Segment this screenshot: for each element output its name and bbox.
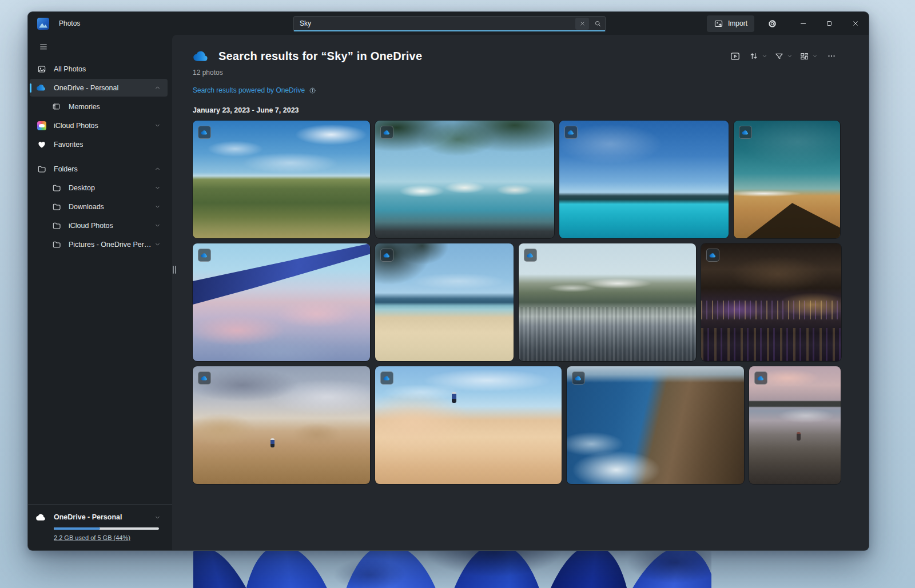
more-options-button[interactable]: [823, 47, 840, 65]
photo-tile[interactable]: [375, 366, 562, 484]
photo-tile[interactable]: [193, 243, 370, 361]
chevron-down-icon: [762, 53, 767, 59]
sidebar-item-label: OneDrive - Personal: [54, 84, 118, 92]
sidebar-item-label: All Photos: [54, 65, 86, 73]
sidebar-item-favorites[interactable]: Favorites: [30, 135, 168, 153]
slideshow-button[interactable]: [726, 47, 743, 65]
sidebar-item-pictures-onedrive[interactable]: Pictures - OneDrive Personal: [30, 235, 168, 253]
sidebar-item-downloads[interactable]: Downloads: [30, 198, 168, 215]
folder-icon: [51, 202, 61, 211]
onedrive-sync-badge-icon: [380, 371, 393, 385]
sidebar-item-label: iCloud Photos: [54, 122, 98, 130]
sidebar-item-all-photos[interactable]: All Photos: [30, 60, 168, 78]
sidebar-item-label: Memories: [69, 103, 100, 111]
onedrive-sync-badge-icon: [198, 126, 211, 139]
photo-tile[interactable]: [193, 366, 370, 484]
photo-grid: [193, 121, 840, 484]
storage-usage-link[interactable]: 2.2 GB used of 5 GB (44%): [54, 534, 130, 541]
photo-tile[interactable]: [519, 243, 696, 361]
photo-tile[interactable]: [559, 121, 729, 238]
onedrive-sync-badge-icon: [739, 126, 752, 139]
search-icon[interactable]: [590, 17, 605, 30]
app-title: Photos: [59, 19, 80, 27]
chevron-down-icon[interactable]: [154, 185, 161, 191]
close-button[interactable]: [842, 12, 869, 35]
settings-gear-icon[interactable]: [762, 15, 782, 32]
sidebar-item-label: Pictures - OneDrive Personal: [69, 241, 154, 249]
storage-progress-fill: [54, 527, 100, 530]
import-label: Import: [728, 19, 747, 27]
photo-tile[interactable]: [749, 366, 841, 484]
search-box[interactable]: [293, 16, 606, 31]
grid-layout-icon: [799, 51, 809, 61]
onedrive-sync-badge-icon: [572, 371, 585, 385]
folder-icon: [51, 239, 61, 249]
powered-by-onedrive-link[interactable]: Search results powered by OneDrive: [193, 86, 305, 94]
sort-button[interactable]: [747, 47, 769, 65]
onedrive-cloud-icon: [36, 512, 46, 522]
sidebar-item-memories[interactable]: Memories: [30, 98, 168, 115]
info-icon[interactable]: [309, 87, 316, 94]
chevron-down-icon: [812, 53, 818, 59]
photo-tile[interactable]: [701, 243, 841, 361]
folder-icon: [37, 164, 46, 174]
filter-icon: [774, 51, 784, 61]
photos-app-window: Photos Import: [27, 11, 869, 551]
maximize-button[interactable]: [816, 12, 842, 35]
chevron-down-icon[interactable]: [154, 241, 161, 247]
layout-button[interactable]: [798, 47, 819, 65]
sidebar-item-desktop[interactable]: Desktop: [30, 179, 168, 197]
minimize-button[interactable]: [790, 12, 816, 35]
onedrive-sync-badge-icon: [380, 126, 393, 139]
filter-button[interactable]: [773, 47, 794, 65]
storage-account-row[interactable]: OneDrive - Personal: [36, 512, 163, 522]
all-photos-icon: [37, 64, 46, 74]
page-title: Search results for “Sky” in OneDrive: [218, 50, 422, 63]
sidebar-item-icloud-photos[interactable]: iCloud Photos: [30, 117, 168, 134]
titlebar: Photos Import: [28, 12, 869, 35]
storage-progress-bar: [54, 527, 159, 530]
chevron-up-icon[interactable]: [154, 85, 161, 91]
onedrive-sync-badge-icon: [380, 249, 393, 262]
clear-search-button[interactable]: [575, 18, 589, 30]
chevron-down-icon[interactable]: [154, 122, 161, 129]
photo-tile[interactable]: [375, 243, 514, 361]
sidebar-item-icloud-photos-folder[interactable]: iCloud Photos: [30, 217, 168, 234]
hamburger-menu-icon[interactable]: [34, 38, 53, 55]
icloud-icon: [37, 121, 46, 130]
onedrive-cloud-icon: [193, 50, 210, 62]
date-range-header: January 23, 2023 - June 7, 2023: [193, 106, 840, 114]
photo-tile[interactable]: [375, 121, 554, 238]
photo-tile[interactable]: [193, 121, 370, 238]
sort-icon: [749, 51, 759, 61]
sidebar-item-folders[interactable]: Folders: [30, 160, 168, 178]
onedrive-sync-badge-icon: [564, 126, 578, 139]
storage-panel: OneDrive - Personal 2.2 GB used of 5 GB …: [28, 504, 172, 550]
chevron-down-icon[interactable]: [154, 222, 161, 229]
photos-app-icon: [37, 18, 49, 30]
folder-icon: [51, 221, 61, 230]
photo-count: 12 photos: [193, 69, 840, 77]
onedrive-sync-badge-icon: [198, 249, 211, 262]
onedrive-sync-badge-icon: [198, 371, 211, 385]
storage-account-label: OneDrive - Personal: [54, 513, 122, 521]
heart-icon: [37, 139, 46, 149]
onedrive-sync-badge-icon: [754, 371, 767, 385]
sidebar-item-label: Folders: [54, 165, 78, 173]
main-panel: Search results for “Sky” in OneDrive 1: [172, 35, 869, 550]
sidebar-resize-handle[interactable]: [172, 265, 177, 275]
import-button[interactable]: Import: [707, 15, 754, 32]
sidebar-item-label: Downloads: [69, 203, 104, 211]
memories-icon: [51, 102, 61, 111]
search-input[interactable]: [294, 19, 575, 27]
sidebar-item-label: Desktop: [69, 184, 95, 192]
photo-tile[interactable]: [567, 366, 744, 484]
selection-accent: [30, 83, 31, 93]
chevron-down-icon[interactable]: [154, 203, 161, 210]
onedrive-cloud-icon: [37, 83, 46, 93]
chevron-up-icon[interactable]: [154, 166, 161, 172]
chevron-down-icon[interactable]: [154, 514, 161, 521]
sidebar-item-onedrive-personal[interactable]: OneDrive - Personal: [30, 79, 168, 97]
photo-tile[interactable]: [734, 121, 840, 238]
folder-icon: [51, 183, 61, 193]
